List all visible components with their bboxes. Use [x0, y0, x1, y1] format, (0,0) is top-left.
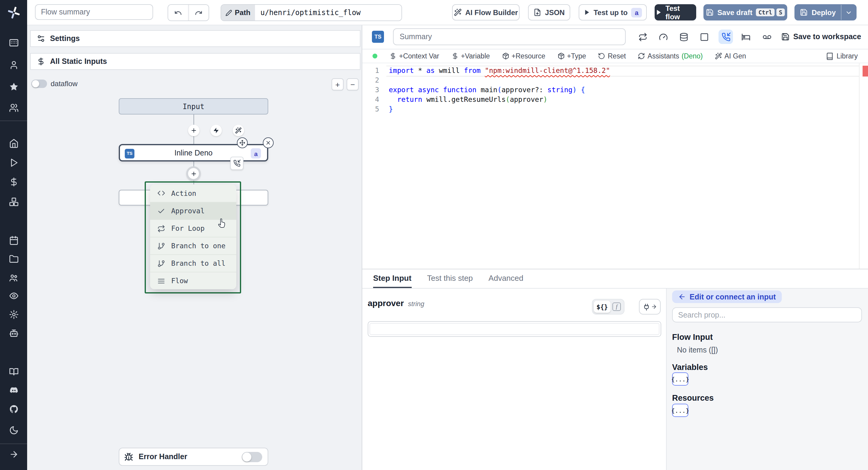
connect-input-button[interactable]	[639, 299, 661, 315]
code-editor[interactable]: 1import * as wmill from "npm:windmill-cl…	[362, 63, 868, 269]
sidebar-item-moon[interactable]	[0, 423, 27, 437]
approver-value-input[interactable]	[370, 323, 655, 335]
action-variable[interactable]: +Variable	[451, 52, 490, 59]
sleep-icon[interactable]	[738, 30, 753, 44]
menu-item-flow[interactable]: Flow	[150, 272, 236, 289]
code-icon	[157, 189, 165, 197]
action-type[interactable]: +Type	[557, 52, 586, 59]
sidebar-item-folder[interactable]	[0, 252, 27, 266]
early-stop-icon[interactable]	[656, 30, 670, 44]
test-up-to-button[interactable]: Test up to a	[579, 4, 647, 21]
suspend-approval-badge[interactable]	[230, 157, 244, 170]
menu-item-action[interactable]: Action	[150, 184, 236, 202]
search-prop-input[interactable]	[672, 307, 862, 322]
action-context-var[interactable]: +Context Var	[390, 52, 439, 59]
test-flow-button[interactable]: Test flow	[655, 4, 696, 21]
save-to-workspace-button[interactable]: Save to workspace	[781, 25, 861, 49]
editor-toolbar: +Context Var+Variable+Resource+TypeReset…	[362, 49, 868, 63]
field-value-editor[interactable]	[368, 321, 661, 337]
zoom-out-button[interactable]: −	[347, 78, 359, 90]
error-handler-toggle[interactable]	[242, 451, 262, 462]
undo-button[interactable]	[168, 5, 188, 21]
function-icon: f	[613, 303, 621, 311]
line-number: 5	[362, 104, 379, 114]
path-field[interactable]: Path u/henri/optimistic_flow	[221, 4, 402, 21]
phone-incoming-icon	[721, 32, 730, 41]
sidebar-item-dollar[interactable]	[0, 175, 27, 189]
action-assistants[interactable]: Assistants (Deno)	[638, 52, 703, 59]
variables-expand-button[interactable]: {...}	[672, 372, 688, 386]
sidebar-divider	[0, 121, 27, 121]
trigger-button[interactable]	[210, 125, 221, 136]
sidebar-item-github[interactable]	[0, 402, 27, 416]
menu-item-approval[interactable]: Approval	[150, 202, 236, 219]
sidebar-item-boxes[interactable]	[0, 195, 27, 209]
deploy-button[interactable]: Deploy	[795, 4, 857, 21]
redo-button[interactable]	[188, 5, 209, 21]
code-line-4: return wmill.getResumeUrls(approver)	[389, 95, 547, 104]
delete-step-button[interactable]	[263, 137, 274, 148]
all-static-inputs-row[interactable]: All Static Inputs	[30, 53, 361, 70]
step-input-content: approverstring ${} f	[362, 289, 666, 470]
move-step-button[interactable]	[237, 137, 248, 148]
sidebar-item-book[interactable]	[0, 365, 27, 379]
sidebar-item-users[interactable]	[0, 101, 27, 115]
sidebar-item-app-window[interactable]	[0, 36, 27, 50]
shared-directory-icon[interactable]	[760, 30, 774, 44]
code-line-5: }	[389, 104, 393, 114]
cache-icon[interactable]	[676, 30, 691, 44]
zoom-in-button[interactable]: +	[332, 78, 344, 90]
sidebar-divider	[0, 443, 27, 444]
ai-flow-builder-button[interactable]: AI Flow Builder	[452, 4, 520, 21]
tab-test-this-step[interactable]: Test this step	[427, 269, 473, 288]
static-expr-button[interactable]: ${}	[594, 301, 611, 313]
action-reset[interactable]: Reset	[598, 52, 626, 59]
sidebar-item-user-group[interactable]	[0, 271, 27, 285]
step-summary-input[interactable]	[393, 28, 626, 45]
path-label: Path	[221, 5, 255, 21]
error-handler-row[interactable]: Error Handler	[119, 448, 268, 466]
action-resource[interactable]: +Resource	[502, 52, 545, 59]
mock-icon[interactable]	[697, 30, 711, 44]
home-icon	[9, 138, 19, 148]
menu-item-branch-to-one[interactable]: Branch to one	[150, 237, 236, 254]
phone-incoming-icon	[233, 160, 241, 167]
tab-step-input[interactable]: Step Input	[373, 269, 411, 288]
windmill-logo-icon[interactable]	[0, 2, 27, 23]
flow-summary-input[interactable]	[35, 4, 153, 20]
sidebar-item-home[interactable]	[0, 136, 27, 151]
sidebar-item-user[interactable]	[0, 58, 27, 72]
sidebar-item-bot[interactable]	[0, 326, 27, 340]
expand-sidebar-button[interactable]	[0, 447, 27, 462]
insert-step-button[interactable]	[188, 125, 199, 136]
sidebar-item-discord[interactable]	[0, 383, 27, 398]
sidebar-item-star[interactable]	[0, 80, 27, 94]
action-label: +Variable	[461, 52, 490, 59]
resources-section-title: Resources	[672, 394, 714, 403]
json-button[interactable]: JSON	[528, 4, 570, 21]
kbd-ctrl: Ctrl	[756, 8, 775, 16]
input-node-label: Input	[183, 102, 204, 111]
repeat-icon	[638, 32, 647, 41]
retries-icon[interactable]	[635, 30, 650, 44]
library-button[interactable]: Library	[826, 49, 858, 63]
menu-item-branch-to-all[interactable]: Branch to all	[150, 254, 236, 272]
file-json-icon	[533, 8, 541, 16]
save-draft-button[interactable]: Save draft CtrlS	[704, 4, 787, 21]
action-ai-gen[interactable]: AI Gen	[715, 52, 746, 59]
dataflow-toggle[interactable]	[31, 80, 47, 88]
flow-settings-row[interactable]: Settings	[30, 30, 361, 47]
javascript-expr-button[interactable]: f	[611, 301, 623, 313]
deploy-menu-button[interactable]	[841, 9, 856, 16]
tab-advanced[interactable]: Advanced	[489, 269, 524, 288]
sidebar-item-eye[interactable]	[0, 289, 27, 303]
resources-expand-button[interactable]: {...}	[672, 404, 688, 417]
ai-insert-button[interactable]	[232, 125, 244, 136]
flow-input-node[interactable]: Input	[119, 98, 268, 115]
suspend-approval-icon-active[interactable]	[718, 30, 733, 44]
edit-or-connect-button[interactable]: Edit or connect an input	[672, 290, 782, 303]
insert-step-below-button[interactable]	[186, 166, 201, 181]
sidebar-item-gear[interactable]	[0, 307, 27, 322]
sidebar-item-calendar[interactable]	[0, 233, 27, 248]
sidebar-item-play[interactable]	[0, 155, 27, 170]
